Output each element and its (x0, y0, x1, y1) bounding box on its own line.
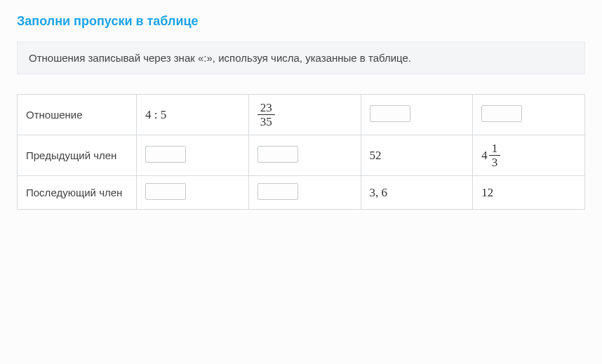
antecedent-1-input[interactable] (145, 146, 186, 163)
exercise-table: Отношение 4 : 5 23 35 Предыдущий член 52 (17, 94, 585, 210)
row-antecedent: Предыдущий член 52 4 1 3 (18, 135, 585, 176)
cell-antecedent-3: 52 (361, 135, 473, 176)
ratio-2-fraction: 23 35 (257, 102, 275, 128)
antecedent-3-value: 52 (370, 149, 382, 162)
ratio-4-input[interactable] (481, 105, 522, 122)
cell-antecedent-1 (137, 135, 249, 176)
cell-consequent-4: 12 (473, 176, 585, 210)
page-title: Заполни пропуски в таблице (17, 14, 585, 29)
ratio-1-value: 4 : 5 (145, 108, 166, 121)
row-ratio: Отношение 4 : 5 23 35 (18, 95, 585, 135)
consequent-1-input[interactable] (145, 183, 186, 200)
cell-consequent-3: 3, 6 (361, 176, 473, 210)
consequent-4-value: 12 (481, 186, 493, 199)
instruction-box: Отношения записывай через знак «:», испо… (17, 41, 585, 74)
antecedent-4-value: 4 1 3 (481, 142, 500, 168)
row-ratio-label: Отношение (18, 95, 137, 135)
cell-ratio-3 (361, 95, 473, 135)
cell-consequent-1 (137, 176, 249, 210)
row-consequent: Последующий член 3, 6 12 (18, 176, 585, 210)
consequent-2-input[interactable] (257, 183, 298, 200)
cell-ratio-4 (473, 95, 585, 135)
row-antecedent-label: Предыдущий член (18, 135, 137, 176)
cell-antecedent-2 (248, 135, 361, 176)
cell-consequent-2 (248, 176, 361, 210)
cell-ratio-1: 4 : 5 (137, 95, 249, 135)
antecedent-2-input[interactable] (257, 146, 298, 163)
consequent-3-value: 3, 6 (370, 186, 388, 199)
ratio-3-input[interactable] (370, 105, 410, 122)
row-consequent-label: Последующий член (18, 176, 137, 210)
cell-ratio-2: 23 35 (248, 95, 361, 135)
cell-antecedent-4: 4 1 3 (473, 135, 585, 176)
